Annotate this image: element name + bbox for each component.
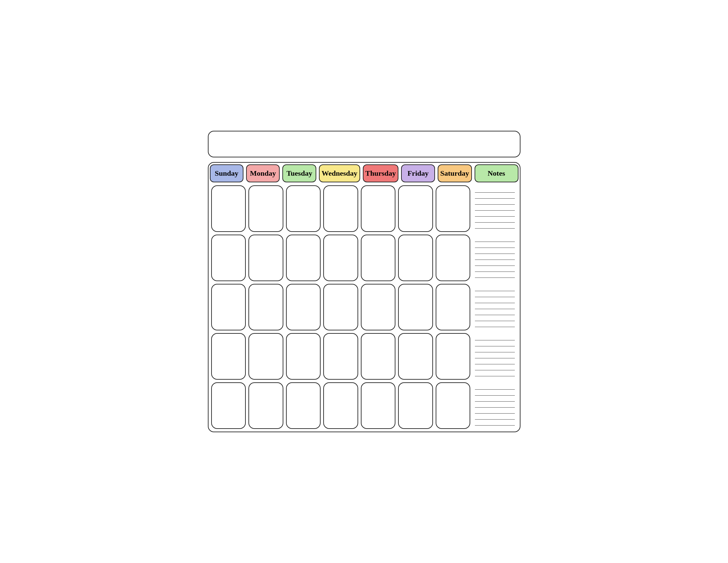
notes-line[interactable]: [475, 272, 515, 278]
calendar-row: [210, 332, 518, 381]
notes-line[interactable]: [475, 347, 515, 352]
day-cell[interactable]: [398, 185, 433, 232]
day-cell[interactable]: [286, 382, 321, 429]
notes-line[interactable]: [475, 303, 515, 309]
notes-line[interactable]: [475, 335, 515, 341]
notes-line[interactable]: [475, 408, 515, 414]
day-cell[interactable]: [436, 185, 471, 232]
day-cell[interactable]: [361, 333, 396, 380]
day-cell[interactable]: [211, 185, 246, 232]
day-cell[interactable]: [436, 234, 471, 281]
header-notes: Notes: [475, 164, 518, 182]
header-row: Sunday Monday Tuesday Wednesday Thursday…: [209, 163, 520, 184]
day-cell[interactable]: [361, 185, 396, 232]
day-cell[interactable]: [211, 333, 246, 380]
notes-line[interactable]: [475, 414, 515, 420]
notes-line[interactable]: [475, 242, 515, 248]
day-cell[interactable]: [248, 234, 283, 281]
day-cell[interactable]: [398, 234, 433, 281]
day-cell[interactable]: [323, 333, 358, 380]
day-cell[interactable]: [248, 382, 283, 429]
calendar-wrapper: Sunday Monday Tuesday Wednesday Thursday…: [198, 121, 530, 442]
notes-line[interactable]: [475, 285, 515, 291]
notes-line[interactable]: [475, 205, 515, 211]
calendar-grid: Sunday Monday Tuesday Wednesday Thursday…: [208, 162, 520, 432]
day-cell[interactable]: [286, 284, 321, 331]
day-cell[interactable]: [286, 185, 321, 232]
day-cell[interactable]: [211, 382, 246, 429]
notes-line[interactable]: [475, 420, 515, 426]
notes-line[interactable]: [475, 358, 515, 364]
notes-line[interactable]: [475, 199, 515, 205]
notes-lines-group: [473, 283, 517, 332]
notes-line[interactable]: [475, 222, 515, 228]
notes-line[interactable]: [475, 341, 515, 347]
day-cell[interactable]: [211, 284, 246, 331]
notes-line[interactable]: [475, 291, 515, 297]
notes-line[interactable]: [475, 187, 515, 193]
notes-line[interactable]: [475, 309, 515, 315]
notes-line[interactable]: [475, 370, 515, 376]
notes-line[interactable]: [475, 390, 515, 396]
notes-line[interactable]: [475, 396, 515, 402]
notes-line[interactable]: [475, 248, 515, 254]
notes-lines-group: [473, 233, 517, 283]
day-cell[interactable]: [323, 284, 358, 331]
day-cell[interactable]: [436, 333, 471, 380]
calendar-row: [210, 283, 518, 332]
notes-lines-group: [473, 381, 517, 430]
notes-line[interactable]: [475, 384, 515, 390]
header-monday: Monday: [246, 164, 280, 182]
notes-line[interactable]: [475, 297, 515, 303]
day-cell[interactable]: [436, 284, 471, 331]
notes-line[interactable]: [475, 193, 515, 199]
day-cell[interactable]: [398, 284, 433, 331]
calendar-row: [210, 233, 518, 283]
day-cell[interactable]: [361, 382, 396, 429]
day-cell[interactable]: [323, 185, 358, 232]
day-cell[interactable]: [323, 382, 358, 429]
header-tuesday: Tuesday: [282, 164, 316, 182]
header-saturday: Saturday: [438, 164, 472, 182]
notes-line[interactable]: [475, 364, 515, 370]
notes-line[interactable]: [475, 266, 515, 272]
notes-line[interactable]: [475, 236, 515, 242]
calendar-row: [210, 184, 518, 233]
day-cell[interactable]: [286, 234, 321, 281]
notes-line[interactable]: [475, 211, 515, 216]
notes-line[interactable]: [475, 402, 515, 408]
day-cell[interactable]: [248, 185, 283, 232]
header-friday: Friday: [401, 164, 435, 182]
day-cell[interactable]: [211, 234, 246, 281]
day-cell[interactable]: [398, 333, 433, 380]
calendar-row: [210, 381, 518, 430]
notes-lines-group: [473, 332, 517, 381]
day-cell[interactable]: [398, 382, 433, 429]
header-wednesday: Wednesday: [319, 164, 360, 182]
day-cell[interactable]: [361, 284, 396, 331]
notes-lines-group: [473, 184, 517, 233]
notes-line[interactable]: [475, 321, 515, 327]
rows-area: [209, 184, 520, 432]
day-cell[interactable]: [248, 284, 283, 331]
day-cell[interactable]: [436, 382, 471, 429]
header-sunday: Sunday: [210, 164, 243, 182]
day-cell[interactable]: [248, 333, 283, 380]
notes-line[interactable]: [475, 352, 515, 358]
title-bar[interactable]: [208, 131, 520, 157]
header-thursday: Thursday: [363, 164, 399, 182]
notes-line[interactable]: [475, 315, 515, 321]
notes-line[interactable]: [475, 260, 515, 266]
notes-line[interactable]: [475, 216, 515, 222]
day-cell[interactable]: [286, 333, 321, 380]
day-cell[interactable]: [323, 234, 358, 281]
notes-line[interactable]: [475, 254, 515, 260]
day-cell[interactable]: [361, 234, 396, 281]
